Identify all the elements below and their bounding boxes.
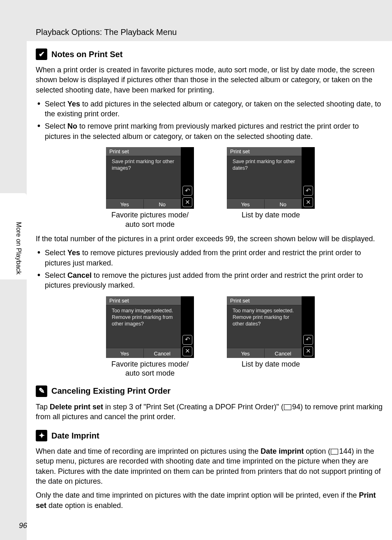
yes-button[interactable]: Yes (106, 199, 143, 209)
heading-notes-text: Notes on Print Set (51, 49, 122, 60)
bullet-yes-remove: Select Yes to remove pictures previously… (43, 248, 385, 268)
yes-button[interactable]: Yes (227, 348, 264, 358)
check-icon: ✔ (36, 48, 47, 60)
close-icon[interactable]: ✕ (303, 346, 313, 356)
close-icon[interactable]: ✕ (182, 197, 192, 207)
heading-date-imprint-text: Date Imprint (51, 430, 99, 441)
bullet-yes-add: Select Yes to add pictures in the select… (43, 99, 385, 119)
yes-button[interactable]: Yes (106, 348, 143, 358)
close-icon[interactable]: ✕ (303, 197, 313, 207)
screen-title: Print set (106, 147, 181, 156)
date-imprint-para2: Only the date and time imprinted on pict… (36, 490, 385, 510)
cancel-button[interactable]: Cancel (264, 348, 302, 358)
settings-icon: ✦ (36, 430, 47, 441)
screen-save-marking-images: Print set Save print marking for other i… (106, 147, 194, 209)
screen-title: Print set (106, 296, 181, 305)
screen-caption: List by date mode (242, 360, 300, 369)
book-icon (284, 404, 291, 410)
pencil-icon: ✎ (36, 385, 47, 397)
screen-message: Too many images selected. Remove print m… (106, 305, 181, 328)
screen-caption: Favorite pictures mode/ auto sort mode (111, 210, 189, 229)
no-button[interactable]: No (143, 199, 181, 209)
side-tab-label: More on Playback (14, 222, 23, 275)
page-number: 96 (19, 521, 27, 531)
close-icon[interactable]: ✕ (182, 346, 192, 356)
heading-cancel: ✎ Canceling Existing Print Order (36, 385, 385, 397)
screen-message: Too many images selected. Remove print m… (227, 305, 302, 328)
screen-save-marking-dates: Print set Save print marking for other d… (227, 147, 315, 209)
undo-icon[interactable]: ↶ (303, 335, 313, 345)
notes-intro: When a print order is created in favorit… (36, 65, 385, 95)
book-icon (331, 449, 338, 454)
screen-title: Print set (227, 296, 302, 305)
heading-date-imprint: ✦ Date Imprint (36, 430, 385, 441)
undo-icon[interactable]: ↶ (182, 186, 192, 196)
no-button[interactable]: No (264, 199, 302, 209)
screen-caption: Favorite pictures mode/ auto sort mode (111, 360, 189, 378)
screen-message: Save print marking for other dates? (227, 156, 302, 172)
bullet-no-remove: Select No to remove print marking from p… (43, 121, 385, 141)
screen-message: Save print marking for other images? (106, 156, 181, 172)
notes-mid-para: If the total number of the pictures in a… (36, 234, 385, 244)
cancel-button[interactable]: Cancel (143, 348, 181, 358)
screen-too-many-dates: Print set Too many images selected. Remo… (227, 296, 315, 358)
heading-notes: ✔ Notes on Print Set (36, 48, 385, 60)
date-imprint-para1: When date and time of recording are impr… (36, 446, 385, 486)
heading-cancel-text: Canceling Existing Print Order (51, 385, 171, 397)
undo-icon[interactable]: ↶ (182, 335, 192, 345)
yes-button[interactable]: Yes (227, 199, 264, 209)
cancel-para: Tap Delete print set in step 3 of "Print… (36, 402, 385, 422)
screen-title: Print set (227, 147, 302, 156)
screen-too-many-images: Print set Too many images selected. Remo… (106, 296, 194, 358)
undo-icon[interactable]: ↶ (303, 186, 313, 196)
screen-caption: List by date mode (242, 210, 300, 220)
section-title: Playback Options: The Playback Menu (36, 27, 177, 38)
bullet-cancel-remove: Select Cancel to remove the pictures jus… (43, 270, 385, 291)
